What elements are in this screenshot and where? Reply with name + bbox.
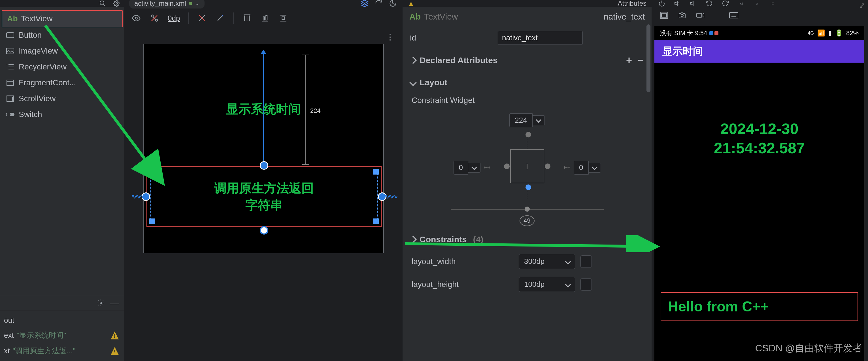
chevron-down-icon [409, 79, 416, 86]
resize-handle[interactable] [149, 169, 155, 175]
palette-item-fragment[interactable]: FragmentCont... [0, 75, 124, 91]
tree-root-label: out [4, 316, 14, 325]
separator [188, 12, 189, 24]
scrollbar[interactable] [647, 24, 650, 358]
link-icon: ⊢⊣ [484, 166, 490, 170]
remove-attribute-button[interactable]: − [638, 54, 644, 66]
declared-attributes-section[interactable]: Declared Attributes + − [405, 49, 649, 72]
emulator-screen[interactable]: 没有 SIM 卡 9:54 4G 📶 ▮ 🔋 82% 显示时间 2024-12-… [654, 26, 865, 361]
cw-top-dropdown[interactable] [533, 115, 545, 125]
palette-item-label: Button [19, 31, 42, 40]
palette-item-recyclerview[interactable]: RecyclerView [0, 59, 124, 75]
record-icon[interactable] [695, 10, 705, 20]
constraint-node-active[interactable] [526, 184, 531, 190]
palette-item-textview[interactable]: Ab TextView [2, 10, 123, 27]
palette-item-imageview[interactable]: ImageView [0, 43, 124, 59]
warning-icon[interactable] [111, 332, 119, 339]
resize-handle[interactable] [149, 218, 155, 224]
constraints-section[interactable]: Constraints (4) [405, 229, 649, 250]
align-icon[interactable] [260, 13, 270, 23]
tree-row-value: "显示系统时间" [17, 330, 66, 340]
eye-icon[interactable] [131, 13, 141, 23]
constraint-widget-label: Constraint Widget [405, 93, 649, 108]
component-tree: out ext "显示系统时间" xt "调用原生方法返..." [0, 310, 124, 361]
canvas-time-textview[interactable]: 显示系统时间 [226, 101, 301, 118]
device-frame: 224 显示系统时间 ∿∿∿ ∿∿∿ 调用原生方法返回 字符串 [143, 43, 384, 253]
dimension-extra-button[interactable] [581, 278, 592, 291]
svg-marker-18 [361, 0, 368, 3]
minimize-icon[interactable]: — [110, 299, 119, 307]
file-tab-bar: activity_main.xml ⌄ [125, 0, 402, 7]
magic-wand-icon[interactable] [215, 13, 225, 23]
link-icon: ⊢⊣ [564, 166, 570, 170]
horizontal-bias-slider[interactable] [451, 209, 604, 210]
tree-root[interactable]: out [2, 313, 124, 328]
chevron-down-icon [592, 164, 597, 170]
tree-row[interactable]: xt "调用原生方法返..." [2, 343, 124, 359]
cw-top-value[interactable]: 224 [509, 113, 532, 127]
svg-point-42 [681, 14, 683, 17]
selected-textview[interactable]: ∿∿∿ ∿∿∿ 调用原生方法返回 字符串 [147, 166, 381, 227]
warning-icon[interactable] [111, 347, 119, 355]
search-icon[interactable] [98, 0, 107, 8]
design-canvas[interactable]: ⋮ 224 显示系统时间 [125, 29, 402, 361]
settings-icon[interactable] [113, 0, 121, 8]
screenshot-icon[interactable] [677, 10, 687, 20]
cw-left-value[interactable]: 0 [454, 161, 468, 175]
constraint-anchor-bottom[interactable] [260, 226, 268, 235]
constraint-node[interactable] [545, 163, 551, 169]
constraint-node[interactable] [504, 163, 509, 169]
guideline-icon[interactable] [242, 13, 252, 23]
autoconnect-icon[interactable] [150, 13, 159, 23]
constraint-anchor-top[interactable] [260, 161, 268, 170]
attr-id-input[interactable] [498, 31, 583, 45]
add-attribute-button[interactable]: + [626, 54, 632, 66]
palette-item-scrollview[interactable]: ScrollView [0, 91, 124, 107]
pack-icon[interactable] [278, 13, 288, 23]
palette-item-switch[interactable]: Switch [0, 107, 124, 122]
gear-icon[interactable] [97, 299, 105, 307]
layout-height-select[interactable]: 100dp [519, 277, 576, 292]
resize-handle[interactable] [373, 169, 379, 175]
chevron-down-icon: ⌄ [195, 0, 199, 6]
cw-left-dropdown[interactable] [468, 163, 480, 173]
layout-width-select[interactable]: 300dp [519, 254, 576, 269]
palette-item-button[interactable]: Button [0, 27, 124, 43]
constraint-diagram[interactable]: I 0 ⊢⊣ ⊢⊣ 0 [454, 132, 601, 200]
modified-indicator-icon [189, 2, 192, 5]
watermark: CSDN @自由软件开发者 [755, 342, 862, 355]
scrollbar-thumb[interactable] [647, 24, 650, 92]
clear-constraints-icon[interactable] [197, 13, 207, 23]
device-body: 2024-12-30 21:54:32.587 Hello from C++ [654, 119, 864, 361]
layout-section[interactable]: Layout [405, 72, 649, 93]
spring-icon: ∿∿∿ [131, 192, 144, 201]
layout-height-row: layout_height 100dp [405, 273, 649, 296]
constraint-node[interactable] [526, 132, 531, 138]
palette-item-label: TextView [21, 14, 53, 23]
list-icon [6, 62, 15, 71]
svg-line-26 [218, 16, 223, 21]
fragment-icon [6, 78, 15, 87]
dimension-extra-button[interactable] [581, 255, 592, 268]
keyboard-icon[interactable] [729, 10, 739, 20]
emulator-panel: ⤢ ◁ ○ □ 没有 SIM 卡 9:54 4G [652, 0, 867, 361]
expand-icon[interactable]: ⤢ [859, 1, 865, 10]
design-panel: activity_main.xml ⌄ 0dp [125, 0, 402, 361]
svg-rect-45 [730, 12, 738, 18]
attributes-panel: ▲ Attributes Ab TextView native_text id … [402, 0, 652, 361]
window-icon[interactable] [659, 10, 669, 20]
cw-right-dropdown[interactable] [589, 163, 601, 173]
status-sim: 没有 SIM 卡 9:54 [660, 29, 707, 37]
more-icon[interactable]: ⋮ [386, 32, 394, 42]
svg-rect-33 [266, 16, 268, 20]
status-net: 4G [808, 31, 814, 36]
constraints-count: (4) [473, 235, 484, 244]
tree-row[interactable]: ext "显示系统时间" [2, 328, 124, 343]
layout-width-row: layout_width 300dp [405, 250, 649, 273]
resize-handle[interactable] [373, 218, 379, 224]
svg-marker-38 [675, 1, 677, 5]
warning-triangle-icon[interactable]: ▲ [408, 0, 414, 7]
default-margin[interactable]: 0dp [168, 14, 180, 23]
palette-list: Ab TextView Button ImageView RecyclerVie… [0, 7, 124, 126]
cw-right-value[interactable]: 0 [574, 161, 588, 175]
